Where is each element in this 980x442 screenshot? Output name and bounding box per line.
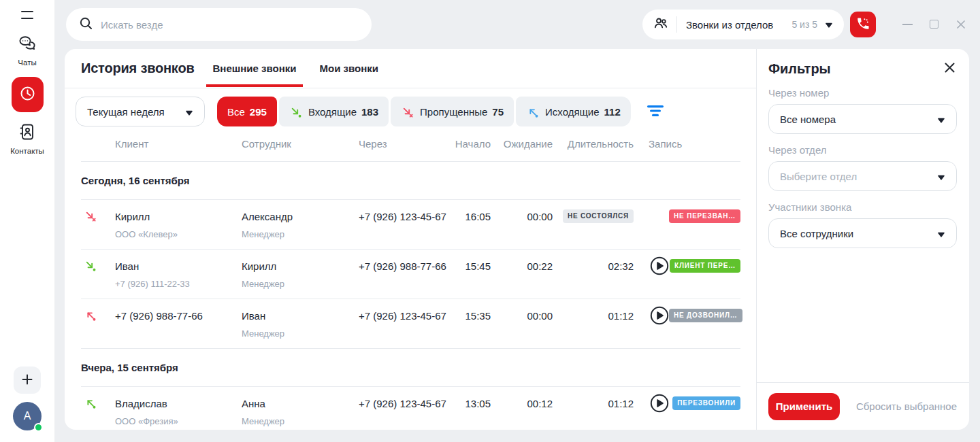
- employee-name: Кирилл: [242, 260, 359, 272]
- header-cell: Сотрудник: [242, 138, 359, 150]
- call-participants-value: Все сотрудники: [780, 228, 853, 239]
- employee-name: Иван: [242, 310, 359, 322]
- table-body: Сегодня, 16 сентябряКириллООО «Клевер»Ал…: [81, 162, 740, 430]
- section-date-label: Сегодня, 16 сентября: [81, 162, 740, 200]
- call-incoming-icon: [289, 105, 302, 118]
- via-number-select[interactable]: Все номера: [768, 104, 957, 134]
- sidebar-item-chats[interactable]: Чаты: [17, 33, 37, 67]
- start-time-cell: 16:05: [454, 200, 491, 249]
- divider: [676, 16, 677, 33]
- call-type-segments: Все295Входящие183Пропущенные75Исходящие1…: [217, 97, 631, 126]
- duration-cell: 02:32: [553, 250, 634, 299]
- main-header: История звонков Внешние звонки Мои звонк…: [65, 49, 756, 88]
- call-row[interactable]: +7 (926) 988-77-66ИванМенеджер+7 (926) 1…: [81, 299, 740, 349]
- tab-external-calls[interactable]: Внешние звонки: [206, 49, 304, 88]
- window-maximize-button[interactable]: [930, 20, 938, 29]
- call-button[interactable]: [850, 12, 876, 37]
- record-cell: ПЕРЕЗВОНИЛИ: [634, 387, 740, 430]
- record-cell: НЕ ПЕРЕЗВАН…: [634, 200, 740, 249]
- plus-icon: [21, 373, 33, 388]
- chevron-down-icon: [825, 18, 833, 31]
- filter-segment-incoming[interactable]: Входящие183: [279, 97, 389, 126]
- start-time-cell: 15:35: [454, 299, 491, 348]
- client-cell: +7 (926) 988-77-66: [115, 299, 242, 348]
- chevron-down-icon: [937, 114, 945, 125]
- department-selector-count: 5 из 5: [791, 19, 817, 30]
- window-close-button[interactable]: [956, 19, 966, 33]
- via-number-cell: +7 (926) 988-77-66: [359, 250, 454, 299]
- contacts-icon: [17, 122, 37, 145]
- wait-time-cell: 00:22: [491, 250, 553, 299]
- header-cell: Ожидание: [491, 138, 553, 150]
- period-select-value: Текущая неделя: [87, 106, 165, 118]
- search-input[interactable]: [101, 19, 346, 31]
- tabs: Внешние звонки Мои звонки: [200, 49, 385, 88]
- segment-count: 183: [361, 106, 378, 118]
- sidebar-item-contacts-label: Контакты: [10, 147, 44, 155]
- employee-role: Менеджер: [242, 279, 359, 289]
- filter-bar: Текущая неделя Все295Входящие183Пропущен…: [76, 97, 745, 126]
- play-recording-button[interactable]: [650, 256, 669, 275]
- client-cell: КириллООО «Клевер»: [115, 200, 242, 249]
- record-cell: КЛИЕНТ ПЕРЕ…: [634, 250, 740, 299]
- play-recording-button[interactable]: [650, 394, 669, 413]
- call-row[interactable]: Иван+7 (926) 111-22-33КириллМенеджер+7 (…: [81, 250, 740, 299]
- chevron-down-icon: [185, 106, 193, 118]
- segment-label: Пропущенные: [420, 106, 487, 118]
- reset-filters-button[interactable]: Сбросить выбранное: [856, 401, 957, 412]
- user-avatar[interactable]: А: [13, 402, 42, 430]
- filter-segment-missed[interactable]: Пропущенные75: [391, 97, 514, 126]
- start-time-cell: 13:05: [454, 387, 491, 430]
- chats-icon: [17, 33, 37, 56]
- employee-name: Александр: [242, 211, 359, 222]
- page-title: История звонков: [81, 61, 195, 76]
- clock-history-icon: [18, 84, 37, 105]
- period-select[interactable]: Текущая неделя: [76, 97, 205, 126]
- client-subtitle: +7 (926) 111-22-33: [115, 279, 242, 289]
- wait-time-cell: 00:00: [491, 299, 553, 348]
- department-selector[interactable]: Звонки из отделов 5 из 5: [642, 10, 844, 39]
- close-filters-button[interactable]: [943, 61, 957, 77]
- menu-icon[interactable]: [21, 11, 33, 19]
- employee-cell: АлександрМенеджер: [242, 200, 359, 249]
- call-history-main: История звонков Внешние звонки Мои звонк…: [65, 49, 756, 430]
- duration-cell: 01:12: [553, 387, 634, 430]
- via-department-select[interactable]: Выберите отдел: [768, 161, 957, 191]
- call-missed-icon: [401, 105, 414, 118]
- call-row[interactable]: КириллООО «Клевер»АлександрМенеджер+7 (9…: [81, 200, 740, 250]
- client-name: Иван: [115, 260, 242, 272]
- tab-my-calls[interactable]: Мои звонки: [312, 49, 385, 88]
- chevron-down-icon: [937, 171, 945, 182]
- call-direction-icon: [81, 387, 115, 430]
- apply-filters-button[interactable]: Применить: [768, 393, 840, 420]
- filter-segment-outgoing[interactable]: Исходящие112: [516, 97, 631, 126]
- call-participants-label: Участники звонка: [768, 201, 957, 213]
- filters-toggle-button[interactable]: [646, 102, 665, 121]
- play-recording-button[interactable]: [650, 306, 669, 325]
- sidebar-item-contacts[interactable]: Контакты: [10, 122, 44, 155]
- sidebar-item-call-history[interactable]: [12, 77, 44, 112]
- via-number-value: Все номера: [780, 114, 836, 125]
- add-button[interactable]: [14, 367, 41, 394]
- avatar-letter: А: [24, 410, 31, 422]
- section-date-label: Вчера, 15 сентября: [81, 349, 740, 387]
- header-cell: Начало: [454, 138, 491, 150]
- record-cell: НЕ ДОЗВОНИЛ…: [634, 299, 740, 348]
- call-direction-icon: [81, 299, 115, 348]
- call-row[interactable]: ВладиславООО «Фрезия»АннаМенеджер+7 (926…: [81, 387, 740, 430]
- client-cell: ВладиславООО «Фрезия»: [115, 387, 242, 430]
- call-direction-icon: [81, 200, 115, 249]
- call-participants-select[interactable]: Все сотрудники: [768, 218, 957, 248]
- window-minimize-button[interactable]: [902, 24, 913, 25]
- header-cell: Через: [359, 138, 454, 150]
- segment-count: 75: [492, 106, 504, 118]
- table-header: КлиентСотрудникЧерезНачалоОжиданиеДлител…: [81, 136, 740, 162]
- employee-role: Менеджер: [242, 229, 359, 239]
- global-search[interactable]: [66, 8, 372, 41]
- online-status-dot: [34, 423, 43, 432]
- employee-cell: КириллМенеджер: [242, 250, 359, 299]
- via-number-label: Через номер: [768, 87, 957, 99]
- filter-segment-all[interactable]: Все295: [217, 97, 277, 126]
- status-badge: КЛИЕНТ ПЕРЕ…: [670, 259, 740, 273]
- call-outgoing-icon: [526, 105, 539, 118]
